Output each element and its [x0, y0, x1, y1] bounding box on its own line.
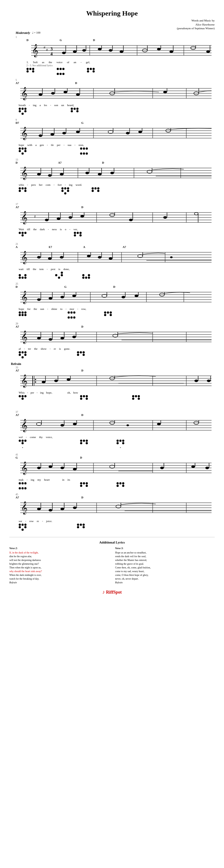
- lyrics-row-10: wel - come thy voice,: [19, 436, 215, 439]
- svg-point-150: [48, 257, 52, 260]
- svg-point-80: [126, 132, 130, 134]
- svg-point-234: [194, 379, 198, 382]
- staff-block-6: 21 A E7 A A7 𝄞: [9, 243, 215, 279]
- svg-point-284: [191, 465, 195, 468]
- svg-point-219: [35, 379, 36, 380]
- staff-svg-5: 𝄞 𝄽: [16, 209, 212, 226]
- measure-num-1: 1: [16, 36, 215, 38]
- lyrics-row-8: af - ter the show - er is gone.: [19, 347, 215, 350]
- staff-svg-1: 𝄞 # # 3 4: [16, 42, 212, 59]
- staff-block-1: 1 D G D 𝄞 # #: [9, 36, 215, 75]
- svg-point-134: [163, 216, 167, 219]
- svg-point-206: [72, 336, 76, 338]
- svg-point-156: [98, 256, 102, 258]
- svg-point-202: [49, 338, 52, 341]
- staff-svg-2: 𝄞: [16, 85, 212, 102]
- svg-text:𝄞: 𝄞: [21, 290, 27, 304]
- svg-point-176: [49, 297, 52, 300]
- svg-point-220: [35, 381, 36, 383]
- chord-labels-2: A7 D: [16, 82, 215, 85]
- score-container: Moderately ♩ = 100 1 D G D 𝄞: [9, 31, 215, 531]
- svg-point-236: [207, 379, 211, 382]
- svg-point-184: [121, 296, 125, 298]
- svg-point-52: [76, 93, 80, 96]
- svg-point-148: [37, 256, 41, 258]
- svg-point-200: [37, 337, 41, 339]
- svg-point-174: [37, 298, 41, 301]
- attribution: Words and Music by Alice Hawthorne (pseu…: [9, 19, 215, 30]
- svg-point-14: [62, 52, 66, 54]
- verse3-column: Verse 3: Hope as an anchor so steadfast,…: [115, 547, 215, 585]
- svg-text:𝄞: 𝄞: [21, 501, 27, 515]
- refrain-label: Refrain: [11, 362, 215, 366]
- lyrics-row-1b: 2 - 3. See additional lyrics: [26, 64, 215, 67]
- lyrics-row-1: 1. Soft as the voice of an - gel,: [26, 61, 215, 64]
- chord-diagrams-1: [26, 68, 215, 75]
- svg-point-24: [120, 51, 123, 53]
- staff-svg-12: 𝄞: [16, 500, 212, 518]
- svg-text:3: 3: [51, 46, 53, 51]
- svg-point-46: [39, 93, 43, 96]
- svg-point-16: [73, 51, 77, 53]
- staff-svg-7: 𝄞: [16, 289, 212, 306]
- staff-block-2: 5 A7 D 𝄞: [9, 79, 215, 115]
- verse2-title: Verse 2:: [9, 547, 109, 550]
- staff-block-3: 9 D7 G 𝄞: [9, 119, 215, 155]
- svg-point-34: [206, 51, 210, 53]
- staff-svg-4: 𝄞: [16, 165, 212, 182]
- svg-point-307: [73, 506, 77, 509]
- staff-block-5: 17 A7 D 𝄞 𝄽: [9, 203, 215, 239]
- svg-point-22: [109, 49, 112, 52]
- svg-point-301: [37, 508, 41, 510]
- svg-text:𝄞: 𝄞: [21, 127, 27, 140]
- svg-text:#: #: [44, 45, 46, 49]
- svg-point-124: [57, 217, 60, 220]
- svg-point-252: [73, 423, 77, 425]
- additional-lyrics-section: Additional Lyrics Verse 2: If, in the du…: [9, 537, 215, 585]
- svg-point-154: [87, 255, 91, 257]
- staff-svg-6: 𝄞: [16, 249, 212, 266]
- svg-point-106: [110, 172, 114, 174]
- riffspot-icon: ♪: [102, 589, 105, 594]
- svg-point-128: [80, 215, 84, 217]
- verse3-title: Verse 3:: [115, 547, 215, 550]
- lyrics-row-2: breath - ing a les - son un heard,: [19, 103, 215, 107]
- svg-text:𝄞: 𝄞: [21, 166, 27, 180]
- svg-point-271: [37, 467, 41, 469]
- lyrics-row-12: sor - row re - joice.: [19, 520, 215, 523]
- staff-svg-9: 𝄞: [16, 373, 212, 390]
- svg-point-257: [157, 423, 161, 425]
- svg-point-20: [98, 48, 102, 51]
- svg-point-158: [109, 257, 112, 260]
- svg-text:𝄞: 𝄞: [21, 211, 27, 225]
- svg-point-98: [48, 174, 52, 177]
- lyrics-row-6: wait till the tem - pest is done,: [19, 268, 215, 271]
- lyrics-row-9: Whis - per - ing hope, oh, how: [19, 391, 215, 394]
- svg-point-204: [60, 337, 64, 339]
- svg-point-72: [51, 133, 54, 136]
- svg-point-30: [169, 51, 173, 53]
- svg-point-96: [37, 173, 41, 176]
- chord-g-1: [57, 68, 64, 75]
- lyrics-row-5: Wait till the dark - ness is o - ver,: [19, 228, 215, 231]
- staff-block-12: 45 A7 D 𝄞: [9, 493, 215, 531]
- svg-point-229: [67, 378, 71, 381]
- svg-point-126: [68, 216, 72, 219]
- staff-block-7: 25 D G D 𝄞: [9, 282, 215, 318]
- riffspot-name: RiffSpot: [106, 590, 122, 594]
- lyrics-columns: Verse 2: If, in the dusk of the twilight…: [9, 547, 215, 585]
- lyrics-row-4: whis - pers her com - fort - ing word.: [19, 183, 215, 186]
- svg-point-136: [194, 213, 198, 215]
- svg-text:4: 4: [51, 52, 53, 56]
- svg-text:𝄞: 𝄞: [21, 419, 27, 432]
- svg-point-82: [138, 131, 142, 133]
- svg-point-48: [51, 92, 55, 95]
- lyrics-row-3: hope with a gen - tle per - sua - sion,: [19, 144, 215, 147]
- svg-point-74: [62, 132, 66, 134]
- staff-svg-11: 𝄞: [16, 460, 212, 477]
- svg-point-225: [42, 381, 46, 383]
- staff-block-11: 41 G D 𝄞: [9, 453, 215, 489]
- svg-point-186: [135, 294, 138, 297]
- svg-point-122: [45, 219, 49, 221]
- additional-lyrics-title: Additional Lyrics: [9, 540, 215, 544]
